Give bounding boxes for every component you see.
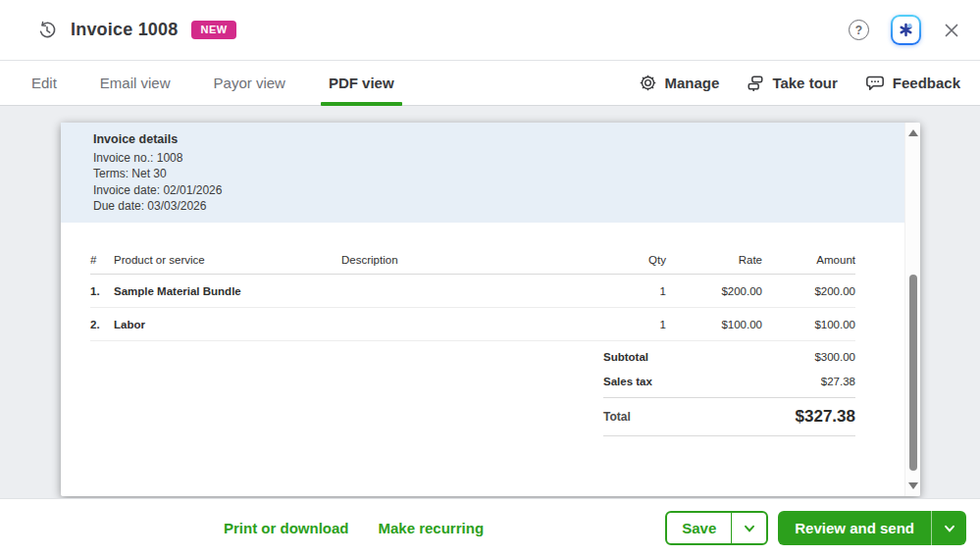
chevron-down-icon [943, 522, 956, 535]
row-amount: $100.00 [762, 319, 855, 330]
col-header-rate: Rate [666, 254, 762, 266]
row-num: 2. [90, 319, 114, 330]
take-tour-label: Take tour [772, 75, 837, 91]
subtotal-label: Subtotal [603, 351, 648, 363]
close-icon[interactable] [943, 22, 960, 39]
manage-button[interactable]: Manage [639, 74, 720, 92]
tab-payor-view-label: Payor view [214, 75, 285, 91]
sales-tax-label: Sales tax [603, 376, 652, 387]
chevron-down-icon [743, 522, 756, 535]
row-num: 1. [90, 285, 114, 297]
manage-label: Manage [665, 75, 720, 91]
scroll-up-icon[interactable] [908, 129, 918, 136]
help-icon[interactable]: ? [849, 20, 869, 40]
view-tabbar: Edit Email view Payor view PDF view Mana… [0, 61, 980, 106]
totals-section: Subtotal $300.00 Sales tax $27.38 Total … [603, 344, 855, 436]
tab-payor-view[interactable]: Payor view [206, 61, 293, 105]
row-amount: $200.00 [762, 285, 855, 297]
col-header-description: Description [341, 254, 583, 266]
new-badge: NEW [191, 21, 235, 39]
invoice-details-box: Invoice details Invoice no.: 1008 Terms:… [61, 123, 904, 223]
total-label: Total [603, 410, 631, 424]
row-rate: $100.00 [666, 319, 762, 330]
gear-icon [639, 74, 657, 92]
feedback-button[interactable]: Feedback [865, 74, 960, 92]
make-recurring-link[interactable]: Make recurring [379, 520, 485, 536]
row-qty: 1 [583, 285, 666, 297]
tab-pdf-view[interactable]: PDF view [321, 61, 402, 105]
tab-edit-label: Edit [31, 75, 57, 91]
col-header-product: Product or service [114, 254, 341, 266]
invoice-number: Invoice no.: 1008 [93, 150, 904, 167]
subtotal-value: $300.00 [814, 351, 855, 363]
invoice-window: Invoice 1008 NEW ? [0, 0, 980, 556]
pdf-preview-area: Invoice details Invoice no.: 1008 Terms:… [0, 106, 980, 498]
subtotal-row: Subtotal $300.00 [603, 344, 855, 369]
col-header-num: # [90, 254, 114, 266]
table-row: 2. Labor 1 $100.00 $100.00 [90, 308, 855, 341]
print-or-download-link[interactable]: Print or download [224, 520, 349, 536]
tour-icon [747, 75, 764, 92]
table-row: 1. Sample Material Bundle 1 $200.00 $200… [90, 275, 855, 308]
assist-icon[interactable] [891, 15, 921, 45]
scrollbar-thumb[interactable] [909, 275, 917, 471]
scroll-down-icon[interactable] [908, 482, 918, 489]
tab-pdf-view-label: PDF view [329, 75, 394, 91]
window-header: Invoice 1008 NEW ? [0, 0, 980, 61]
review-and-send-button-group: Review and send [778, 511, 966, 545]
review-and-send-button[interactable]: Review and send [778, 511, 931, 545]
save-dropdown-button[interactable] [731, 513, 766, 543]
tab-email-view[interactable]: Email view [92, 61, 179, 105]
line-item-table: # Product or service Description Qty Rat… [90, 246, 855, 341]
feedback-icon [865, 74, 885, 92]
tab-email-view-label: Email view [100, 75, 171, 91]
row-product: Labor [114, 319, 341, 330]
take-tour-button[interactable]: Take tour [747, 75, 837, 92]
invoice-details-heading: Invoice details [93, 131, 904, 148]
save-button-group: Save [665, 511, 768, 545]
save-button[interactable]: Save [667, 513, 731, 543]
total-value: $327.38 [796, 407, 855, 427]
review-and-send-dropdown-button[interactable] [931, 511, 966, 545]
history-icon[interactable] [35, 19, 59, 42]
assist-icon-glyph [893, 17, 919, 43]
total-row: Total $327.38 [603, 397, 855, 436]
pdf-page: Invoice details Invoice no.: 1008 Terms:… [61, 123, 920, 496]
sales-tax-value: $27.38 [821, 376, 855, 387]
col-header-amount: Amount [762, 254, 855, 266]
invoice-date: Invoice date: 02/01/2026 [93, 182, 904, 199]
table-header-row: # Product or service Description Qty Rat… [90, 246, 855, 275]
feedback-label: Feedback [893, 75, 960, 91]
invoice-terms: Terms: Net 30 [93, 166, 904, 182]
row-product: Sample Material Bundle [114, 285, 341, 297]
row-rate: $200.00 [666, 285, 762, 297]
row-qty: 1 [583, 319, 666, 330]
pdf-scrollbar[interactable] [904, 123, 920, 496]
footer-bar: Print or download Make recurring Save Re… [0, 498, 980, 556]
col-header-qty: Qty [583, 254, 666, 266]
invoice-due-date: Due date: 03/03/2026 [93, 198, 904, 215]
page-title: Invoice 1008 [71, 20, 178, 40]
sales-tax-row: Sales tax $27.38 [603, 369, 855, 393]
tab-edit[interactable]: Edit [24, 61, 65, 105]
